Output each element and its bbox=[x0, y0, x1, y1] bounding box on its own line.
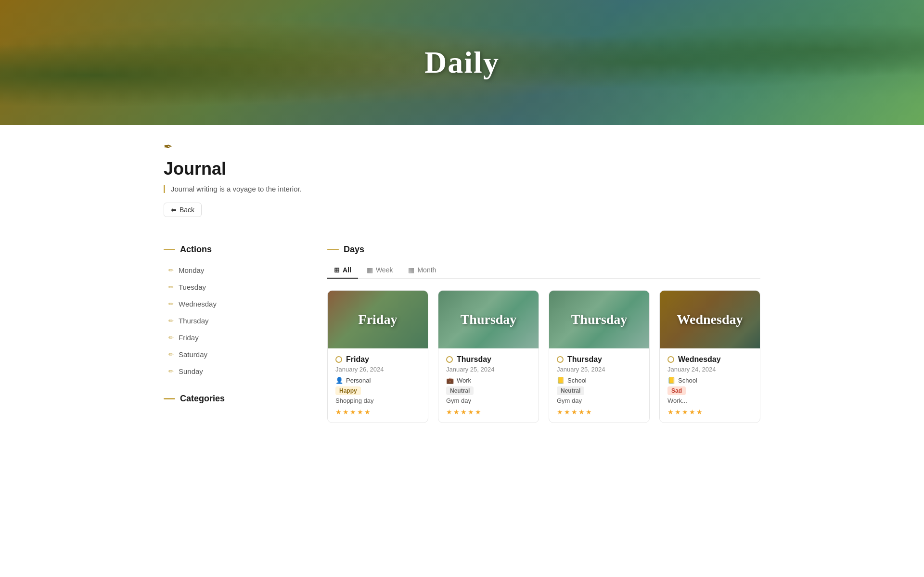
category-label-thursday-1: Work bbox=[457, 377, 471, 384]
hero-banner: Daily bbox=[0, 0, 924, 125]
card-body-wednesday-1: Wednesday January 24, 2024 📒 School Sad … bbox=[660, 348, 760, 423]
star-2: ★ bbox=[343, 408, 349, 416]
card-day-wednesday-1: Wednesday bbox=[678, 355, 721, 364]
actions-label: Actions bbox=[180, 244, 212, 255]
card-date-thursday-1: January 25, 2024 bbox=[446, 366, 531, 373]
page-title: Journal bbox=[164, 159, 760, 179]
back-button[interactable]: ⬅ Back bbox=[164, 203, 202, 217]
card-body-thursday-2: Thursday January 25, 2024 📒 School Neutr… bbox=[549, 348, 649, 423]
card-day-row-thursday-1: Thursday bbox=[446, 355, 531, 364]
card-friday-1[interactable]: Friday Friday January 26, 2024 👤 Persona… bbox=[327, 290, 428, 423]
card-body-friday-1: Friday January 26, 2024 👤 Personal Happy… bbox=[328, 348, 428, 423]
days-bar bbox=[327, 249, 339, 250]
body-layout: Actions ✏ Monday ✏ Tuesday ✏ Wednesday ✏… bbox=[164, 225, 760, 442]
categories-label: Categories bbox=[180, 394, 225, 404]
card-thursday-1[interactable]: Thursday Thursday January 25, 2024 💼 Wor… bbox=[438, 290, 539, 423]
card-image-thursday-2: Thursday bbox=[549, 291, 649, 348]
day-circle-thursday-1 bbox=[446, 356, 453, 363]
card-date-wednesday-1: January 24, 2024 bbox=[667, 366, 752, 373]
card-image-label-thursday-1: Thursday bbox=[461, 312, 517, 327]
sidebar-item-wednesday[interactable]: ✏ Wednesday bbox=[164, 296, 298, 312]
card-image-label-wednesday-1: Wednesday bbox=[677, 312, 743, 327]
mood-tag-thursday-2: Neutral bbox=[557, 386, 584, 395]
days-section: Days ⊞ All ▦ Week ▦ Month bbox=[327, 244, 760, 423]
card-image-friday-1: Friday bbox=[328, 291, 428, 348]
categories-bar bbox=[164, 398, 175, 399]
actions-section-header: Actions bbox=[164, 244, 298, 255]
card-category-thursday-1: 💼 Work bbox=[446, 377, 531, 384]
card-day-thursday-1: Thursday bbox=[457, 355, 491, 364]
back-label: Back bbox=[180, 206, 194, 214]
category-label-thursday-2: School bbox=[567, 377, 587, 384]
sidebar-item-label-friday: Friday bbox=[179, 333, 199, 342]
star-1: ★ bbox=[335, 408, 342, 416]
tab-week-icon: ▦ bbox=[367, 266, 373, 274]
sidebar: Actions ✏ Monday ✏ Tuesday ✏ Wednesday ✏… bbox=[164, 244, 298, 423]
stars-thursday-1: ★ ★ ★ ★ ★ bbox=[446, 408, 531, 416]
sidebar-item-sunday[interactable]: ✏ Sunday bbox=[164, 363, 298, 379]
tab-month[interactable]: ▦ Month bbox=[401, 262, 443, 279]
card-image-label-friday-1: Friday bbox=[359, 312, 398, 327]
pen-icon: ✒ bbox=[164, 141, 760, 153]
tab-all[interactable]: ⊞ All bbox=[327, 262, 358, 279]
card-description-thursday-2: Gym day bbox=[557, 397, 642, 404]
card-description-friday-1: Shopping day bbox=[335, 397, 420, 404]
day-circle-friday-1 bbox=[335, 356, 342, 363]
page-quote: Journal writing is a voyage to the inter… bbox=[164, 185, 760, 193]
sidebar-days-list: ✏ Monday ✏ Tuesday ✏ Wednesday ✏ Thursda… bbox=[164, 262, 298, 379]
stars-friday-1: ★ ★ ★ ★ ★ bbox=[335, 408, 420, 416]
page-header: ✒ Journal Journal writing is a voyage to… bbox=[164, 125, 760, 225]
categories-section: Categories bbox=[164, 394, 298, 404]
card-date-thursday-2: January 25, 2024 bbox=[557, 366, 642, 373]
tab-week-label: Week bbox=[376, 266, 393, 274]
category-label-wednesday-1: School bbox=[678, 377, 697, 384]
days-label: Days bbox=[344, 244, 364, 255]
edit-icon-saturday: ✏ bbox=[168, 351, 174, 358]
sidebar-item-label-wednesday: Wednesday bbox=[179, 300, 217, 308]
mood-tag-friday-1: Happy bbox=[335, 386, 361, 395]
sidebar-item-tuesday[interactable]: ✏ Tuesday bbox=[164, 279, 298, 295]
tab-all-label: All bbox=[343, 266, 351, 274]
sidebar-item-label-monday: Monday bbox=[179, 266, 204, 274]
card-day-friday-1: Friday bbox=[346, 355, 369, 364]
categories-section-header: Categories bbox=[164, 394, 298, 404]
cards-grid: Friday Friday January 26, 2024 👤 Persona… bbox=[327, 290, 760, 423]
card-category-friday-1: 👤 Personal bbox=[335, 377, 420, 384]
tab-all-icon: ⊞ bbox=[334, 266, 340, 274]
star-3: ★ bbox=[350, 408, 356, 416]
edit-icon-friday: ✏ bbox=[168, 334, 174, 341]
sidebar-item-friday[interactable]: ✏ Friday bbox=[164, 330, 298, 346]
main-content: ✒ Journal Journal writing is a voyage to… bbox=[125, 125, 799, 442]
day-circle-thursday-2 bbox=[557, 356, 564, 363]
card-day-row-thursday-2: Thursday bbox=[557, 355, 642, 364]
edit-icon-sunday: ✏ bbox=[168, 368, 174, 375]
back-arrow-icon: ⬅ bbox=[171, 206, 177, 214]
card-category-wednesday-1: 📒 School bbox=[667, 377, 752, 384]
mood-tag-thursday-1: Neutral bbox=[446, 386, 474, 395]
star-4: ★ bbox=[357, 408, 363, 416]
category-icon-thursday-2: 📒 bbox=[557, 377, 565, 384]
card-thursday-2[interactable]: Thursday Thursday January 25, 2024 📒 Sch… bbox=[549, 290, 650, 423]
edit-icon-tuesday: ✏ bbox=[168, 283, 174, 291]
star-5: ★ bbox=[364, 408, 371, 416]
card-image-thursday-1: Thursday bbox=[438, 291, 539, 348]
card-day-row-friday-1: Friday bbox=[335, 355, 420, 364]
sidebar-item-saturday[interactable]: ✏ Saturday bbox=[164, 346, 298, 362]
card-wednesday-1[interactable]: Wednesday Wednesday January 24, 2024 📒 S… bbox=[659, 290, 760, 423]
sidebar-item-label-tuesday: Tuesday bbox=[179, 283, 206, 291]
days-section-header: Days bbox=[327, 244, 760, 255]
card-image-wednesday-1: Wednesday bbox=[660, 291, 760, 348]
mood-tag-wednesday-1: Sad bbox=[667, 386, 686, 395]
sidebar-item-monday[interactable]: ✏ Monday bbox=[164, 262, 298, 278]
tab-week[interactable]: ▦ Week bbox=[360, 262, 400, 279]
hero-title: Daily bbox=[424, 45, 500, 80]
edit-icon-monday: ✏ bbox=[168, 267, 174, 274]
sidebar-item-label-sunday: Sunday bbox=[179, 367, 203, 375]
card-day-row-wednesday-1: Wednesday bbox=[667, 355, 752, 364]
edit-icon-thursday: ✏ bbox=[168, 317, 174, 324]
view-tabs: ⊞ All ▦ Week ▦ Month bbox=[327, 262, 760, 279]
tab-month-icon: ▦ bbox=[408, 266, 414, 274]
sidebar-item-thursday[interactable]: ✏ Thursday bbox=[164, 313, 298, 329]
card-description-wednesday-1: Work... bbox=[667, 397, 752, 404]
card-date-friday-1: January 26, 2024 bbox=[335, 366, 420, 373]
